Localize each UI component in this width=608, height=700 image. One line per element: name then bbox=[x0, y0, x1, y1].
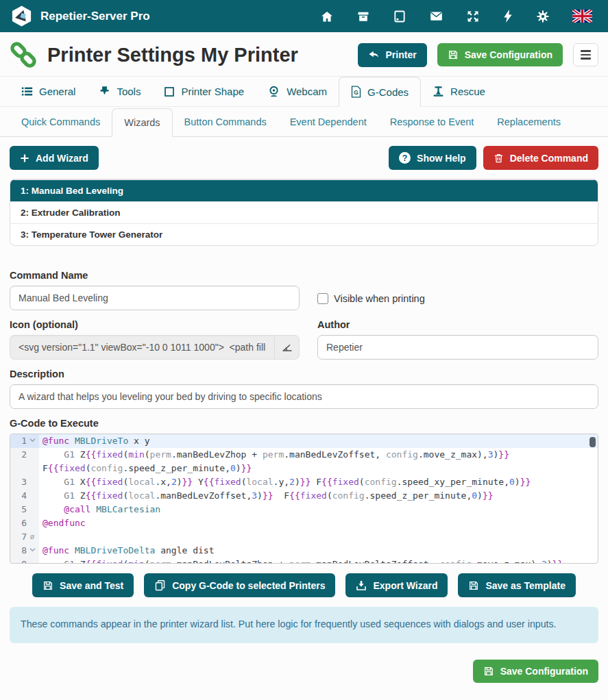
top-navbar: Repetier-Server Pro bbox=[0, 0, 608, 32]
code-text bbox=[39, 530, 598, 544]
code-text: G1 Z{{fixed(local.manBedLevZoffset,3)}} … bbox=[39, 489, 598, 503]
code-line: 9 G1 Z{{fixed(min(perm.manBedLevDeltaZho… bbox=[10, 558, 598, 564]
icon-preview-button[interactable] bbox=[274, 335, 300, 360]
editor-scrollbar-thumb[interactable] bbox=[589, 437, 596, 447]
line-number: 3 bbox=[10, 475, 27, 489]
save-configuration-button[interactable]: Save Configuration bbox=[437, 43, 563, 66]
tablet-icon[interactable] bbox=[393, 10, 406, 23]
code-line: 6 @endfunc bbox=[10, 516, 598, 530]
app-title: Repetier-Server Pro bbox=[40, 10, 150, 23]
code-line: 8 @func MBLDriveToDelta angle dist bbox=[10, 544, 598, 558]
code-text: G1 X{{fixed(local.x,2)}} Y{{fixed(local.… bbox=[39, 475, 598, 489]
subtab[interactable]: Event Dependent bbox=[278, 108, 378, 136]
expand-icon[interactable] bbox=[466, 10, 480, 23]
subtab[interactable]: Button Commands bbox=[173, 108, 278, 136]
printer-button[interactable]: Printer bbox=[358, 43, 427, 67]
action-button[interactable]: Copy G-Code to selected Printers bbox=[144, 573, 335, 597]
export-icon bbox=[356, 580, 367, 591]
save-icon bbox=[42, 580, 53, 591]
code-line: 3 G1 X{{fixed(local.x,2)}} Y{{fixed(loca… bbox=[10, 475, 598, 489]
subtab[interactable]: Response to Event bbox=[378, 108, 486, 136]
gcode-editor[interactable]: 1 @func MBLDriveTo x y 2 G1 Z{{fixed(min… bbox=[10, 434, 598, 564]
wizard-list-item[interactable]: 1: Manual Bed Leveling bbox=[10, 179, 598, 201]
bolt-icon[interactable] bbox=[502, 9, 513, 23]
footer-save-configuration-button[interactable]: Save Configuration bbox=[473, 660, 598, 683]
copy-icon bbox=[154, 579, 166, 591]
fold-marker[interactable] bbox=[27, 434, 38, 448]
save-icon bbox=[483, 666, 494, 677]
code-text: G1 Z{{fixed(min(perm.manBedLevZhop + per… bbox=[39, 448, 598, 475]
page-title: Printer Settings My Printer bbox=[47, 44, 348, 66]
question-icon: ? bbox=[399, 152, 411, 164]
code-line: 2 G1 Z{{fixed(min(perm.manBedLevZhop + p… bbox=[10, 448, 598, 475]
command-name-input[interactable] bbox=[10, 286, 300, 310]
archive-box-icon[interactable] bbox=[356, 10, 370, 23]
tab[interactable]: Webcam bbox=[256, 77, 339, 106]
description-input[interactable] bbox=[10, 384, 598, 409]
subtab[interactable]: Replacements bbox=[485, 108, 572, 136]
navbar-icons bbox=[320, 9, 598, 23]
tab[interactable]: Printer Shape bbox=[152, 77, 256, 106]
fold-marker[interactable] bbox=[27, 544, 38, 558]
home-icon[interactable] bbox=[320, 10, 334, 23]
line-number: 8 bbox=[10, 544, 27, 558]
wizard-actions: Save and Test Copy G-Code to selected Pr… bbox=[10, 573, 598, 597]
save-icon bbox=[468, 580, 479, 591]
code-text: G1 Z{{fixed(min(perm.manBedLevDeltaZhop … bbox=[39, 558, 598, 564]
code-text: @call MBLCartesian bbox=[39, 503, 598, 516]
wizard-toolbar: Add Wizard ? Show Help Delete Command bbox=[10, 146, 598, 170]
delete-command-button[interactable]: Delete Command bbox=[483, 146, 598, 170]
gcode-subtabs: Quick Commands Wizards Button Commands E… bbox=[0, 108, 608, 137]
angle-icon bbox=[281, 341, 293, 353]
mail-icon[interactable] bbox=[429, 9, 443, 23]
line-number: 1 bbox=[10, 434, 27, 448]
app-brand[interactable]: Repetier-Server Pro bbox=[10, 5, 150, 27]
chain-link-icon bbox=[10, 41, 37, 68]
wizard-list: 1: Manual Bed Leveling 2: Extruder Calib… bbox=[10, 179, 598, 246]
tab[interactable]: Rescue bbox=[421, 77, 497, 106]
visible-when-printing-checkbox[interactable] bbox=[317, 293, 328, 304]
page-header: Printer Settings My Printer Printer Save… bbox=[0, 32, 608, 77]
author-input[interactable] bbox=[317, 335, 598, 360]
show-help-button[interactable]: ? Show Help bbox=[389, 146, 476, 170]
trash-icon bbox=[494, 153, 504, 164]
wizard-list-item[interactable]: 3: Temperature Tower Generator bbox=[10, 223, 598, 245]
save-icon bbox=[448, 49, 459, 60]
svg-text:G: G bbox=[354, 90, 358, 96]
settings-tabs: General Tools Printer Shape Webcam G G-C… bbox=[0, 77, 608, 107]
add-wizard-button[interactable]: Add Wizard bbox=[10, 146, 99, 170]
subtab[interactable]: Quick Commands bbox=[10, 108, 112, 136]
tab[interactable]: General bbox=[10, 77, 87, 106]
command-form: Command Name Visible when printing Icon … bbox=[10, 261, 598, 429]
code-text: @func MBLDriveTo x y bbox=[39, 434, 598, 448]
line-number: 6 bbox=[10, 516, 27, 530]
plus-icon bbox=[20, 153, 29, 163]
action-button[interactable]: Export Wizard bbox=[345, 573, 448, 597]
code-line: 5 @call MBLCartesian bbox=[10, 503, 598, 516]
back-arrow-icon bbox=[368, 49, 380, 61]
icon-label: Icon (optional) bbox=[10, 319, 300, 330]
action-button[interactable]: Save and Test bbox=[32, 573, 134, 597]
visible-when-printing-label: Visible when printing bbox=[334, 293, 425, 304]
action-button[interactable]: Save as Template bbox=[458, 573, 575, 597]
line-number: 2 bbox=[10, 448, 27, 462]
menu-button[interactable] bbox=[573, 43, 598, 66]
app-logo-icon bbox=[10, 5, 33, 27]
line-number: 5 bbox=[10, 503, 27, 516]
code-text: @endfunc bbox=[39, 516, 598, 530]
tab[interactable]: Tools bbox=[87, 77, 152, 106]
code-text: @func MBLDriveToDelta angle dist bbox=[39, 544, 598, 558]
tab[interactable]: G G-Codes bbox=[339, 77, 421, 107]
wizard-list-item[interactable]: 2: Extruder Calibration bbox=[10, 201, 598, 223]
uk-flag-icon[interactable] bbox=[572, 10, 592, 23]
icon-svg-input[interactable] bbox=[10, 335, 274, 360]
page-footer: Save Configuration bbox=[10, 660, 598, 683]
gear-icon[interactable] bbox=[536, 10, 550, 23]
code-line: 4 G1 Z{{fixed(local.manBedLevZoffset,3)}… bbox=[10, 489, 598, 503]
line-number: 4 bbox=[10, 489, 27, 503]
code-line: 7 ø bbox=[10, 530, 598, 544]
subtab[interactable]: Wizards bbox=[112, 108, 172, 137]
line-number: 9 bbox=[10, 558, 27, 564]
description-label: Description bbox=[10, 368, 598, 379]
fold-marker[interactable]: ø bbox=[27, 530, 38, 544]
